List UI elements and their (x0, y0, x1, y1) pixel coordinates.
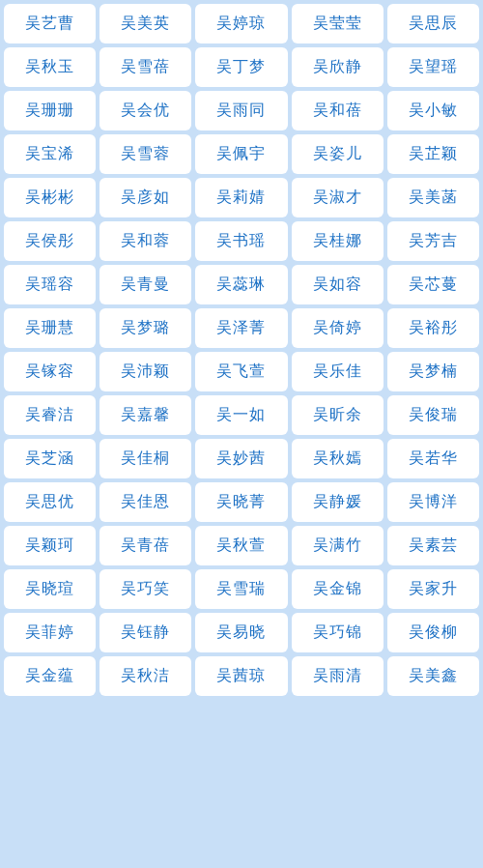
list-item[interactable]: 吴佳恩 (99, 482, 191, 522)
list-item[interactable]: 吴雪蓉 (99, 134, 191, 174)
list-item[interactable]: 吴彦如 (99, 178, 191, 217)
list-item[interactable]: 吴思优 (4, 482, 96, 522)
list-item[interactable]: 吴珊慧 (4, 308, 96, 348)
list-item[interactable]: 吴望瑶 (387, 47, 479, 87)
list-item[interactable]: 吴满竹 (292, 526, 384, 565)
list-item[interactable]: 吴钰静 (99, 613, 191, 652)
list-item[interactable]: 吴蕊琳 (195, 265, 287, 304)
list-item[interactable]: 吴金锦 (292, 569, 384, 609)
list-item[interactable]: 吴昕余 (292, 395, 384, 435)
list-item[interactable]: 吴梦璐 (99, 308, 191, 348)
list-item[interactable]: 吴和蓉 (99, 221, 191, 261)
list-item[interactable]: 吴瑶容 (4, 265, 96, 304)
list-item[interactable]: 吴和蓓 (292, 91, 384, 130)
list-item[interactable]: 吴晓菁 (195, 482, 287, 522)
list-item[interactable]: 吴泽菁 (195, 308, 287, 348)
list-item[interactable]: 吴美鑫 (387, 656, 479, 696)
list-item[interactable]: 吴镓容 (4, 352, 96, 391)
cell-label: 吴沛颖 (121, 362, 170, 382)
list-item[interactable]: 吴易晓 (195, 613, 287, 652)
cell-label: 吴蕊琳 (216, 275, 266, 295)
list-item[interactable]: 吴宝浠 (4, 134, 96, 174)
list-item[interactable]: 吴如容 (292, 265, 384, 304)
list-item[interactable]: 吴芯蔓 (387, 265, 479, 304)
cell-label: 吴雨同 (216, 101, 266, 121)
list-item[interactable]: 吴佳桐 (99, 439, 191, 478)
list-item[interactable]: 吴雪瑞 (195, 569, 287, 609)
cell-label: 吴淑才 (313, 188, 362, 208)
list-item[interactable]: 吴秋萱 (195, 526, 287, 565)
list-item[interactable]: 吴博洋 (387, 482, 479, 522)
list-item[interactable]: 吴乐佳 (292, 352, 384, 391)
list-item[interactable]: 吴青曼 (99, 265, 191, 304)
list-item[interactable]: 吴素芸 (387, 526, 479, 565)
cell-label: 吴金蕴 (25, 666, 74, 686)
list-item[interactable]: 吴梦楠 (387, 352, 479, 391)
list-item[interactable]: 吴晓瑄 (4, 569, 96, 609)
list-item[interactable]: 吴莹莹 (292, 4, 384, 43)
cell-label: 吴泽菁 (216, 318, 266, 338)
cell-label: 吴雪蓉 (121, 144, 170, 164)
list-item[interactable]: 吴巧笑 (99, 569, 191, 609)
list-item[interactable]: 吴桂娜 (292, 221, 384, 261)
list-item[interactable]: 吴裕彤 (387, 308, 479, 348)
cell-label: 吴秋萱 (216, 535, 266, 556)
list-item[interactable]: 吴珊珊 (4, 91, 96, 130)
list-item[interactable]: 吴婷琼 (195, 4, 287, 43)
list-item[interactable]: 吴雨清 (292, 656, 384, 696)
list-item[interactable]: 吴莉婧 (195, 178, 287, 217)
list-item[interactable]: 吴书瑶 (195, 221, 287, 261)
list-item[interactable]: 吴倚婷 (292, 308, 384, 348)
cell-label: 吴思优 (25, 492, 74, 512)
list-item[interactable]: 吴雪蓓 (99, 47, 191, 87)
cell-label: 吴芷颖 (409, 144, 458, 164)
cell-label: 吴满竹 (313, 535, 362, 556)
list-item[interactable]: 吴沛颖 (99, 352, 191, 391)
list-item[interactable]: 吴嘉馨 (99, 395, 191, 435)
cell-label: 吴珊珊 (25, 101, 74, 121)
list-item[interactable]: 吴欣静 (292, 47, 384, 87)
cell-label: 吴菲婷 (25, 622, 74, 643)
cell-label: 吴小敏 (409, 101, 458, 121)
list-item[interactable]: 吴妙茜 (195, 439, 287, 478)
list-item[interactable]: 吴飞萱 (195, 352, 287, 391)
list-item[interactable]: 吴家升 (387, 569, 479, 609)
list-item[interactable]: 吴小敏 (387, 91, 479, 130)
list-item[interactable]: 吴金蕴 (4, 656, 96, 696)
list-item[interactable]: 吴秋洁 (99, 656, 191, 696)
list-item[interactable]: 吴思辰 (387, 4, 479, 43)
cell-label: 吴芳吉 (409, 231, 458, 251)
list-item[interactable]: 吴侯彤 (4, 221, 96, 261)
cell-label: 吴巧笑 (121, 579, 170, 599)
list-item[interactable]: 吴青蓓 (99, 526, 191, 565)
cell-label: 吴雪蓓 (121, 57, 170, 77)
list-item[interactable]: 吴芝涵 (4, 439, 96, 478)
list-item[interactable]: 吴美英 (99, 4, 191, 43)
list-item[interactable]: 吴会优 (99, 91, 191, 130)
list-item[interactable]: 吴姿儿 (292, 134, 384, 174)
list-item[interactable]: 吴芳吉 (387, 221, 479, 261)
list-item[interactable]: 吴静媛 (292, 482, 384, 522)
list-item[interactable]: 吴巧锦 (292, 613, 384, 652)
cell-label: 吴秋嫣 (313, 448, 362, 469)
list-item[interactable]: 吴雨同 (195, 91, 287, 130)
list-item[interactable]: 吴丁梦 (195, 47, 287, 87)
list-item[interactable]: 吴艺曹 (4, 4, 96, 43)
list-item[interactable]: 吴芷颖 (387, 134, 479, 174)
cell-label: 吴彦如 (121, 188, 170, 208)
list-item[interactable]: 吴秋玉 (4, 47, 96, 87)
list-item[interactable]: 吴彬彬 (4, 178, 96, 217)
list-item[interactable]: 吴茜琼 (195, 656, 287, 696)
list-item[interactable]: 吴淑才 (292, 178, 384, 217)
list-item[interactable]: 吴秋嫣 (292, 439, 384, 478)
cell-label: 吴钰静 (121, 622, 170, 643)
list-item[interactable]: 吴若华 (387, 439, 479, 478)
list-item[interactable]: 吴菲婷 (4, 613, 96, 652)
list-item[interactable]: 吴俊柳 (387, 613, 479, 652)
list-item[interactable]: 吴佩宇 (195, 134, 287, 174)
list-item[interactable]: 吴睿洁 (4, 395, 96, 435)
list-item[interactable]: 吴俊瑞 (387, 395, 479, 435)
list-item[interactable]: 吴一如 (195, 395, 287, 435)
list-item[interactable]: 吴颖珂 (4, 526, 96, 565)
list-item[interactable]: 吴美菡 (387, 178, 479, 217)
